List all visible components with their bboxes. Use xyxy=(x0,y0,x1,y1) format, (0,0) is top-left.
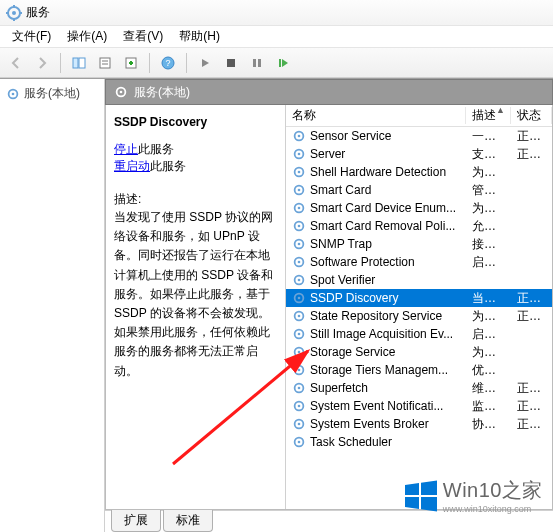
watermark-text: Win10之家 xyxy=(443,477,543,504)
tree-root-item[interactable]: 服务(本地) xyxy=(2,83,102,104)
svg-point-35 xyxy=(298,225,301,228)
svg-point-45 xyxy=(298,315,301,318)
watermark-sub: www.win10xitong.com xyxy=(443,504,543,514)
cell-desc: 管理... xyxy=(466,182,511,199)
show-hide-button[interactable] xyxy=(67,51,91,75)
svg-marker-19 xyxy=(282,59,288,67)
cell-status: 正在... xyxy=(511,290,552,307)
menu-file[interactable]: 文件(F) xyxy=(4,26,59,47)
column-status[interactable]: 状态 xyxy=(511,107,552,124)
cell-name: System Events Broker xyxy=(286,417,466,431)
table-row[interactable]: Task Scheduler xyxy=(286,433,552,451)
services-icon xyxy=(6,5,22,21)
table-row[interactable]: System Event Notificati...监视...正在... xyxy=(286,397,552,415)
separator xyxy=(149,53,150,73)
tab-extended[interactable]: 扩展 xyxy=(111,510,161,532)
cell-name: Storage Tiers Managem... xyxy=(286,363,466,377)
svg-point-37 xyxy=(298,243,301,246)
svg-rect-7 xyxy=(79,58,85,68)
cell-name: Still Image Acquisition Ev... xyxy=(286,327,466,341)
menu-help[interactable]: 帮助(H) xyxy=(171,26,228,47)
cell-desc: 为自... xyxy=(466,164,511,181)
menubar: 文件(F) 操作(A) 查看(V) 帮助(H) xyxy=(0,26,553,48)
cell-name: SNMP Trap xyxy=(286,237,466,251)
cell-name: Smart Card Removal Poli... xyxy=(286,219,466,233)
cell-name: Software Protection xyxy=(286,255,466,269)
cell-status: 正在... xyxy=(511,398,552,415)
svg-point-51 xyxy=(298,369,301,372)
table-row[interactable]: Server支持...正在... xyxy=(286,145,552,163)
table-row[interactable]: SNMP Trap接收... xyxy=(286,235,552,253)
cell-desc: 当发... xyxy=(466,290,511,307)
titlebar: 服务 xyxy=(0,0,553,26)
restart-button[interactable] xyxy=(271,51,295,75)
svg-point-29 xyxy=(298,171,301,174)
cell-desc: 优化... xyxy=(466,362,511,379)
panel-header-label: 服务(本地) xyxy=(134,84,190,101)
svg-point-59 xyxy=(298,441,301,444)
stop-link[interactable]: 停止 xyxy=(114,142,138,156)
svg-point-25 xyxy=(298,135,301,138)
export-button[interactable] xyxy=(119,51,143,75)
start-button[interactable] xyxy=(193,51,217,75)
table-row[interactable]: Smart Card Device Enum...为给... xyxy=(286,199,552,217)
cell-name: Task Scheduler xyxy=(286,435,466,449)
svg-point-23 xyxy=(120,91,123,94)
tab-standard[interactable]: 标准 xyxy=(163,510,213,532)
cell-name: Smart Card Device Enum... xyxy=(286,201,466,215)
table-row[interactable]: Smart Card管理... xyxy=(286,181,552,199)
help-button[interactable]: ? xyxy=(156,51,180,75)
restart-link[interactable]: 重启动 xyxy=(114,159,150,173)
svg-point-49 xyxy=(298,351,301,354)
cell-status: 正在... xyxy=(511,380,552,397)
cell-status: 正在... xyxy=(511,128,552,145)
table-row[interactable]: System Events Broker协调...正在... xyxy=(286,415,552,433)
service-name-heading: SSDP Discovery xyxy=(114,115,277,129)
table-row[interactable]: Storage Tiers Managem...优化... xyxy=(286,361,552,379)
panel-header: 服务(本地) xyxy=(105,79,553,105)
svg-point-41 xyxy=(298,279,301,282)
cell-name: System Event Notificati... xyxy=(286,399,466,413)
table-row[interactable]: Superfetch维护...正在... xyxy=(286,379,552,397)
table-row[interactable]: Sensor Service一项...正在... xyxy=(286,127,552,145)
table-row[interactable]: Smart Card Removal Poli...允许... xyxy=(286,217,552,235)
column-headers: 名称 描述 状态 xyxy=(286,105,552,127)
svg-point-33 xyxy=(298,207,301,210)
svg-rect-15 xyxy=(227,59,235,67)
table-row[interactable]: SSDP Discovery当发...正在... xyxy=(286,289,552,307)
table-row[interactable]: Spot Verifier xyxy=(286,271,552,289)
cell-desc: 监视... xyxy=(466,398,511,415)
svg-rect-8 xyxy=(100,58,110,68)
svg-point-47 xyxy=(298,333,301,336)
table-row[interactable]: Shell Hardware Detection为自... xyxy=(286,163,552,181)
menu-action[interactable]: 操作(A) xyxy=(59,26,115,47)
cell-desc: 协调... xyxy=(466,416,511,433)
cell-name: SSDP Discovery xyxy=(286,291,466,305)
separator xyxy=(186,53,187,73)
svg-point-39 xyxy=(298,261,301,264)
cell-desc: 启用... xyxy=(466,254,511,271)
watermark: Win10之家 www.win10xitong.com xyxy=(403,477,543,514)
restart-suffix: 此服务 xyxy=(150,159,186,173)
cell-desc: 维护... xyxy=(466,380,511,397)
table-row[interactable]: Software Protection启用... xyxy=(286,253,552,271)
tree-root-label: 服务(本地) xyxy=(24,85,80,102)
svg-marker-64 xyxy=(421,497,437,512)
forward-button[interactable] xyxy=(30,51,54,75)
pause-button[interactable] xyxy=(245,51,269,75)
stop-button[interactable] xyxy=(219,51,243,75)
table-row[interactable]: Still Image Acquisition Ev...启动... xyxy=(286,325,552,343)
table-row[interactable]: Storage Service为存... xyxy=(286,343,552,361)
back-button[interactable] xyxy=(4,51,28,75)
cell-status: 正在... xyxy=(511,146,552,163)
cell-desc: 为给... xyxy=(466,200,511,217)
column-name[interactable]: 名称 xyxy=(286,107,466,124)
svg-point-55 xyxy=(298,405,301,408)
properties-button[interactable] xyxy=(93,51,117,75)
cell-status: 正在... xyxy=(511,308,552,325)
table-row[interactable]: State Repository Service为应...正在... xyxy=(286,307,552,325)
menu-view[interactable]: 查看(V) xyxy=(115,26,171,47)
services-icon xyxy=(6,87,20,101)
svg-point-21 xyxy=(12,92,15,95)
svg-point-57 xyxy=(298,423,301,426)
